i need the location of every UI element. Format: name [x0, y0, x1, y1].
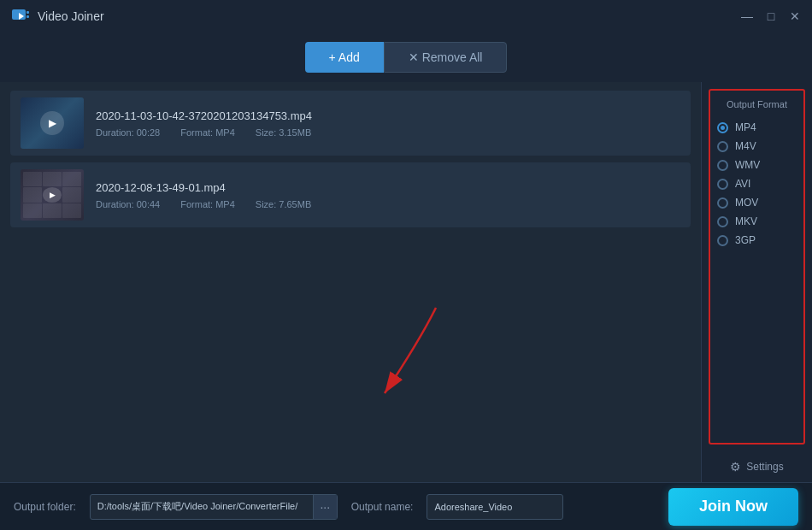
format-title: Output Format [717, 99, 797, 109]
folder-input-wrap: ··· [90, 494, 338, 520]
svg-rect-2 [26, 11, 29, 14]
remove-all-button[interactable]: ✕ Remove All [384, 42, 508, 73]
close-button[interactable]: ✕ [788, 9, 802, 23]
format-option-mp4[interactable]: MP4 [717, 118, 797, 137]
format-label-mov: MOV [735, 197, 758, 209]
bottom-bar: Output folder: ··· Output name: Join Now [0, 482, 812, 530]
join-now-button[interactable]: Join Now [668, 488, 798, 526]
format-option-mkv[interactable]: MKV [717, 212, 797, 231]
list-item[interactable]: ▶ 2020-11-03-10-42-3720201203134753.mp4 … [10, 91, 691, 156]
right-panel: Output Format MP4 M4V WMV AVI M [701, 82, 812, 482]
radio-mkv[interactable] [717, 216, 728, 227]
radio-m4v[interactable] [717, 141, 728, 152]
file-list: ▶ 2020-11-03-10-42-3720201203134753.mp4 … [0, 82, 701, 482]
add-button[interactable]: + Add [305, 42, 384, 73]
file-info: 2020-12-08-13-49-01.mp4 Duration: 00:44 … [96, 181, 680, 209]
file-name: 2020-12-08-13-49-01.mp4 [96, 181, 680, 194]
thumb-grid: ▶ [21, 169, 84, 221]
folder-path-input[interactable] [91, 502, 313, 512]
format-option-m4v[interactable]: M4V [717, 137, 797, 156]
file-name: 2020-11-03-10-42-3720201203134753.mp4 [96, 109, 680, 122]
browse-folder-button[interactable]: ··· [313, 495, 337, 519]
gear-icon: ⚙ [730, 460, 741, 474]
format-option-3gp[interactable]: 3GP [717, 231, 797, 250]
arrow-annotation [299, 291, 470, 431]
minimize-button[interactable]: — [740, 9, 754, 23]
file-size: Size: 3.15MB [256, 127, 311, 138]
file-thumbnail: ▶ [21, 97, 84, 149]
format-label-avi: AVI [735, 178, 750, 190]
titlebar-controls: — □ ✕ [740, 9, 802, 23]
radio-3gp[interactable] [717, 235, 728, 246]
maximize-button[interactable]: □ [764, 9, 778, 23]
format-option-mov[interactable]: MOV [717, 193, 797, 212]
file-size: Size: 7.65MB [256, 199, 311, 209]
format-option-wmv[interactable]: WMV [717, 156, 797, 174]
svg-rect-3 [26, 15, 29, 18]
format-label-mp4: MP4 [735, 121, 756, 133]
titlebar-left: Video Joiner [10, 6, 104, 26]
file-duration: Duration: 00:28 [96, 127, 160, 138]
format-label-mkv: MKV [735, 215, 757, 227]
toolbar: + Add ✕ Remove All [0, 32, 812, 82]
radio-avi[interactable] [717, 179, 728, 190]
format-label-m4v: M4V [735, 140, 756, 152]
settings-button[interactable]: ⚙ Settings [702, 451, 812, 482]
main-content: ▶ 2020-11-03-10-42-3720201203134753.mp4 … [0, 82, 812, 482]
output-format-box: Output Format MP4 M4V WMV AVI M [709, 89, 805, 445]
file-meta: Duration: 00:28 Format: MP4 Size: 3.15MB [96, 127, 680, 138]
titlebar: Video Joiner — □ ✕ [0, 0, 812, 32]
format-option-avi[interactable]: AVI [717, 174, 797, 193]
file-format: Format: MP4 [180, 127, 235, 138]
file-thumbnail: ▶ [21, 169, 84, 221]
file-duration: Duration: 00:44 [96, 199, 160, 209]
radio-wmv[interactable] [717, 160, 728, 171]
radio-mp4[interactable] [717, 122, 728, 133]
settings-label: Settings [746, 461, 783, 473]
radio-mov[interactable] [717, 197, 728, 209]
name-label: Output name: [351, 501, 414, 513]
file-info: 2020-11-03-10-42-3720201203134753.mp4 Du… [96, 109, 680, 138]
file-meta: Duration: 00:44 Format: MP4 Size: 7.65MB [96, 199, 680, 209]
app-title: Video Joiner [38, 9, 104, 23]
list-item[interactable]: ▶ 2020-12-08-13-49-01.mp4 Duration: 00:4… [10, 162, 691, 227]
format-label-wmv: WMV [735, 159, 760, 171]
format-label-3gp: 3GP [735, 234, 756, 246]
folder-label: Output folder: [14, 501, 76, 513]
file-format: Format: MP4 [180, 199, 235, 209]
radio-dot [721, 126, 725, 130]
app-icon [10, 6, 31, 26]
output-name-input[interactable] [427, 494, 563, 520]
play-icon: ▶ [40, 111, 64, 135]
